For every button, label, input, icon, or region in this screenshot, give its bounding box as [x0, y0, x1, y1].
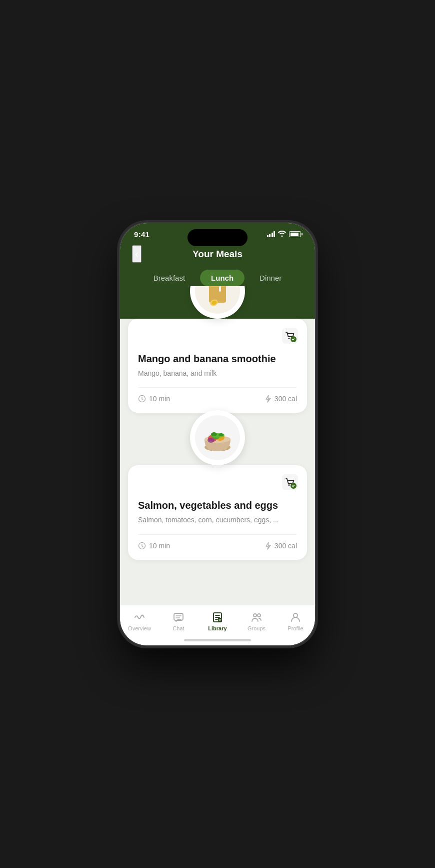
add-to-cart-button-1[interactable]: [281, 327, 299, 345]
cart-check-icon-2: [282, 474, 298, 490]
meal-calories-text-1: 300 cal: [274, 395, 297, 403]
meal-time-1: 10 min: [138, 395, 170, 403]
signal-icon: [267, 231, 276, 237]
status-icons: [267, 231, 302, 238]
content-area: Mango and banana smoothie Mango, banana,…: [120, 286, 315, 605]
battery-icon: [289, 231, 301, 237]
meals-list: Mango and banana smoothie Mango, banana,…: [120, 319, 315, 578]
meal-ingredients-2: Salmon, tomatoes, corn, cucumbers, eggs,…: [138, 515, 297, 525]
bowl-image: [195, 415, 240, 460]
energy-icon-1: [264, 395, 272, 403]
chat-icon: [172, 611, 184, 623]
dynamic-island: [188, 229, 248, 246]
meal-image-circle-2: [190, 410, 245, 465]
meal-time-2: 10 min: [138, 542, 170, 550]
nav-item-library[interactable]: Library: [202, 611, 232, 631]
svg-point-23: [288, 484, 290, 486]
nav-item-profile[interactable]: Profile: [280, 611, 310, 631]
tab-lunch[interactable]: Lunch: [200, 270, 244, 286]
cart-check-icon-1: [282, 328, 298, 344]
meal-name-1: Mango and banana smoothie: [138, 353, 297, 365]
svg-point-38: [258, 614, 260, 617]
meal-card-1: Mango and banana smoothie Mango, banana,…: [128, 319, 307, 413]
phone-screen: 9:41: [120, 223, 315, 645]
meal-calories-1: 300 cal: [264, 395, 297, 403]
meal-card-wrapper-1: Mango and banana smoothie Mango, banana,…: [128, 291, 307, 413]
meal-meta-1: 10 min 300 cal: [138, 387, 297, 403]
add-to-cart-button-2[interactable]: [281, 473, 299, 491]
svg-point-20: [218, 433, 224, 436]
meal-tabs: Breakfast Lunch Dinner: [132, 270, 303, 286]
meal-image-circle-1: [190, 286, 245, 319]
nav-item-groups[interactable]: Groups: [242, 611, 272, 631]
meal-ingredients-1: Mango, banana, and milk: [138, 369, 297, 379]
meal-time-text-2: 10 min: [149, 542, 170, 550]
page-header: ‹ Your Meals Breakfast Lunch Dinner: [120, 243, 315, 286]
svg-point-37: [254, 614, 256, 617]
svg-point-8: [288, 338, 290, 339]
svg-rect-34: [218, 618, 222, 622]
meal-calories-text-2: 300 cal: [274, 542, 297, 550]
meal-meta-2: 10 min 300 cal: [138, 534, 297, 550]
svg-rect-27: [174, 613, 183, 620]
header-nav: ‹ Your Meals: [132, 249, 303, 260]
energy-icon-2: [264, 542, 272, 550]
nav-item-overview[interactable]: Overview: [124, 611, 154, 631]
meal-card-wrapper-2: Salmon, vegetables and eggs Salmon, toma…: [128, 438, 307, 560]
svg-rect-1: [209, 286, 226, 303]
phone-frame: 9:41: [120, 223, 315, 645]
nav-label-chat: Chat: [172, 625, 184, 631]
nav-item-chat[interactable]: Chat: [164, 611, 194, 631]
overview-icon: [134, 611, 146, 623]
clock-icon-2: [138, 542, 146, 550]
meal-calories-2: 300 cal: [264, 542, 297, 550]
clock-icon-1: [138, 395, 146, 403]
wifi-icon: [278, 231, 286, 238]
library-icon: [212, 611, 224, 623]
svg-point-21: [208, 438, 214, 443]
nav-label-overview: Overview: [128, 625, 151, 631]
svg-rect-3: [219, 286, 221, 292]
nav-label-library: Library: [208, 625, 226, 631]
profile-icon: [290, 611, 302, 623]
nav-label-profile: Profile: [288, 625, 303, 631]
meal-time-text-1: 10 min: [149, 395, 170, 403]
tab-breakfast[interactable]: Breakfast: [142, 270, 196, 286]
smoothie-image: [195, 286, 240, 314]
meal-card-2: Salmon, vegetables and eggs Salmon, toma…: [128, 465, 307, 560]
status-time: 9:41: [134, 230, 150, 239]
svg-point-39: [294, 613, 298, 617]
nav-label-groups: Groups: [248, 625, 266, 631]
back-button[interactable]: ‹: [132, 245, 142, 263]
meal-name-2: Salmon, vegetables and eggs: [138, 499, 297, 511]
tab-dinner[interactable]: Dinner: [248, 270, 292, 286]
groups-icon: [250, 611, 262, 623]
page-title: Your Meals: [192, 249, 242, 260]
svg-point-19: [211, 432, 217, 436]
home-indicator: [184, 639, 251, 641]
